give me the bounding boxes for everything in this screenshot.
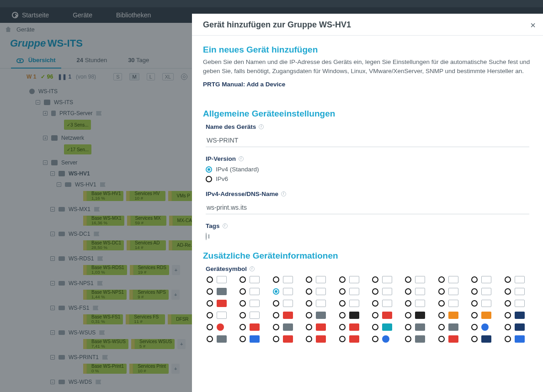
device-icon-option[interactable] (471, 276, 496, 283)
device-icon-option[interactable] (306, 288, 330, 295)
device-icon-option[interactable] (240, 300, 264, 307)
radio-icon (471, 276, 478, 283)
device-icon-option[interactable] (306, 312, 330, 319)
device-icon-option[interactable] (207, 288, 231, 295)
device-icon-option[interactable] (339, 276, 364, 283)
device-icon-option[interactable] (372, 312, 397, 319)
device-icon-option[interactable] (405, 276, 430, 283)
device-icon-option[interactable] (240, 312, 264, 319)
radio-icon (438, 324, 445, 330)
radio-icon (405, 300, 411, 307)
device-icon-option[interactable] (207, 300, 231, 307)
info-icon[interactable] (223, 223, 228, 228)
radio-icon (273, 300, 279, 307)
device-icon-option[interactable] (405, 323, 430, 331)
info-icon[interactable] (259, 124, 264, 129)
device-symbol-icon (415, 323, 425, 331)
radio-icon (471, 288, 478, 295)
radio-icon (273, 288, 279, 295)
radio-icon (471, 336, 478, 342)
device-icon-option[interactable] (505, 288, 529, 295)
info-icon[interactable] (239, 156, 244, 161)
radio-icon (207, 312, 213, 318)
device-icon-option[interactable] (438, 312, 463, 319)
device-icon-option[interactable] (471, 335, 496, 343)
device-symbol-icon (349, 335, 359, 343)
device-icon-option[interactable] (240, 276, 264, 283)
device-icon-option[interactable] (207, 335, 231, 343)
info-icon[interactable] (250, 266, 255, 271)
device-icon-option[interactable] (339, 288, 364, 295)
device-icon-option[interactable] (339, 335, 364, 343)
device-icon-option[interactable] (306, 276, 330, 283)
device-icon-option[interactable] (372, 335, 397, 343)
radio-icon (207, 300, 213, 307)
device-icon-option[interactable] (207, 323, 231, 331)
device-icon-option[interactable] (438, 288, 463, 295)
radio-icon (206, 176, 212, 182)
device-icon-option[interactable] (372, 288, 397, 295)
device-icon-option[interactable] (339, 312, 364, 319)
device-icon-option[interactable] (306, 323, 330, 331)
device-icon-option[interactable] (273, 276, 298, 283)
device-symbol-icon (250, 335, 260, 343)
close-icon[interactable]: × (530, 21, 536, 30)
device-icon-option[interactable] (405, 288, 430, 295)
device-icon-option[interactable] (471, 300, 496, 307)
device-name-input[interactable] (206, 134, 529, 147)
device-icon-option[interactable] (505, 323, 529, 331)
device-icon-option[interactable] (306, 335, 330, 343)
device-icon-option[interactable] (372, 276, 397, 283)
device-icon-option[interactable] (240, 288, 264, 295)
device-icon-option[interactable] (471, 323, 496, 331)
radio-icon (240, 324, 246, 330)
radio-icon (405, 288, 411, 295)
device-icon-option[interactable] (273, 300, 298, 307)
device-icon-option[interactable] (438, 323, 463, 331)
device-icon-option[interactable] (405, 312, 430, 319)
ip-version-label: IP-Version (206, 155, 529, 162)
device-symbol-icon (217, 312, 227, 319)
device-icon-option[interactable] (372, 323, 397, 331)
radio-ipv6[interactable]: IPv6 (206, 175, 529, 182)
device-symbol-icon (382, 335, 389, 343)
radio-ipv4[interactable]: IPv4 (Standard) (206, 166, 529, 173)
device-icon-option[interactable] (372, 300, 397, 307)
device-icon-option[interactable] (273, 335, 298, 343)
device-icon-option[interactable] (405, 335, 430, 343)
add-tag-button[interactable] (206, 233, 207, 240)
device-icon-option[interactable] (438, 300, 463, 307)
device-icon-option[interactable] (438, 276, 463, 283)
device-icon-option[interactable] (505, 300, 529, 307)
device-symbol-icon (217, 323, 224, 331)
device-icon-option[interactable] (273, 323, 298, 331)
device-icon-option[interactable] (339, 300, 364, 307)
device-symbol-icon (316, 288, 326, 295)
device-symbol-icon (415, 312, 425, 319)
device-icon-option[interactable] (207, 312, 231, 319)
device-icon-option[interactable] (273, 288, 298, 295)
address-input[interactable] (206, 201, 529, 214)
device-icon-option[interactable] (207, 276, 231, 283)
device-icon-option[interactable] (471, 288, 496, 295)
device-symbol-icon (283, 300, 293, 307)
radio-icon (372, 324, 378, 330)
device-icon-option[interactable] (505, 276, 529, 283)
device-icon-option[interactable] (505, 335, 529, 343)
device-icon-option[interactable] (306, 300, 330, 307)
device-icon-option[interactable] (438, 335, 463, 343)
manual-link[interactable]: PRTG Manual: Add a Device (203, 81, 285, 88)
device-icon-option[interactable] (240, 335, 264, 343)
device-icon-option[interactable] (505, 312, 529, 319)
device-icon-option[interactable] (339, 323, 364, 331)
device-icon-grid (207, 276, 529, 343)
device-icon-option[interactable] (405, 300, 430, 307)
device-icon-option[interactable] (471, 312, 496, 319)
device-icon-option[interactable] (273, 312, 298, 319)
radio-icon (339, 288, 346, 295)
radio-icon (306, 300, 312, 307)
field-ip-version: IP-Version IPv4 (Standard) IPv6 (206, 155, 529, 182)
device-icon-option[interactable] (240, 323, 264, 331)
info-icon[interactable] (281, 191, 286, 196)
device-symbol-icon (515, 300, 525, 307)
